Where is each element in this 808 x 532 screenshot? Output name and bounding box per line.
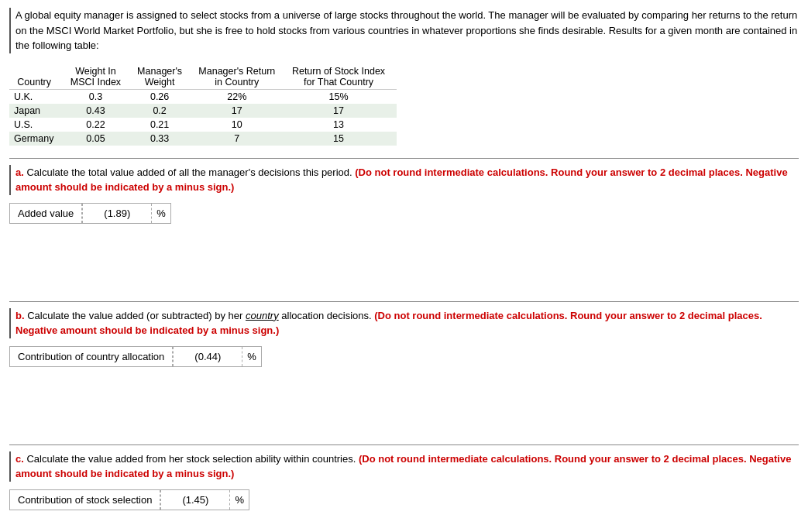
spacer-b bbox=[9, 383, 799, 444]
table-cell: 0.05 bbox=[65, 132, 132, 146]
table-cell: U.K. bbox=[9, 89, 65, 104]
section-c-answer-label: Contribution of stock selection bbox=[10, 490, 160, 510]
intro-paragraph: A global equity manager is assigned to s… bbox=[9, 8, 799, 53]
col-header-mgr-return: Manager's Returnin Country bbox=[194, 64, 287, 90]
table-cell: 0.33 bbox=[132, 132, 194, 146]
col-header-stock-return: Return of Stock Indexfor That Country bbox=[287, 64, 397, 90]
section-a-unit: % bbox=[152, 204, 170, 223]
data-table: Country Weight InMSCI Index Manager'sWei… bbox=[9, 64, 397, 146]
section-c: c. Calculate the value added from her st… bbox=[9, 451, 799, 510]
table-cell: 0.22 bbox=[65, 118, 132, 132]
section-a-text: a. Calculate the total value added of al… bbox=[9, 165, 799, 195]
table-cell: U.S. bbox=[9, 118, 65, 132]
section-b-instruction: (Do not round intermediate calculations.… bbox=[15, 310, 762, 337]
section-c-text: c. Calculate the value added from her st… bbox=[9, 451, 799, 482]
table-cell: 0.3 bbox=[65, 89, 132, 104]
section-a-answer-row: Added value (1.89) % bbox=[9, 203, 171, 224]
section-a-answer-value[interactable]: (1.89) bbox=[82, 204, 152, 223]
table-cell: 0.26 bbox=[132, 89, 194, 104]
section-b: b. Calculate the value added (or subtrac… bbox=[9, 308, 799, 367]
col-header-msci: Weight InMSCI Index bbox=[65, 64, 132, 90]
table-cell: 22% bbox=[194, 89, 287, 104]
table-cell: 17 bbox=[287, 104, 397, 118]
section-c-answer-value[interactable]: (1.45) bbox=[160, 490, 230, 510]
table-row: U.S.0.220.211013 bbox=[9, 118, 397, 132]
col-header-country: Country bbox=[9, 64, 65, 90]
table-cell: Germany bbox=[9, 132, 65, 146]
table-row: Japan0.430.21717 bbox=[9, 104, 397, 118]
section-a-letter: a. bbox=[15, 166, 24, 178]
table-cell: 0.21 bbox=[132, 118, 194, 132]
table-cell: Japan bbox=[9, 104, 65, 118]
table-cell: 0.2 bbox=[132, 104, 194, 118]
section-b-unit: % bbox=[242, 347, 261, 366]
section-a: a. Calculate the total value added of al… bbox=[9, 165, 799, 224]
section-c-unit: % bbox=[230, 490, 249, 510]
section-c-divider bbox=[9, 444, 799, 445]
section-b-answer-row: Contribution of country allocation (0.44… bbox=[9, 346, 262, 367]
table-cell: 10 bbox=[194, 118, 287, 132]
section-b-divider bbox=[9, 301, 799, 302]
table-cell: 13 bbox=[287, 118, 397, 132]
table-cell: 15 bbox=[287, 132, 397, 146]
section-b-answer-value[interactable]: (0.44) bbox=[173, 347, 242, 366]
section-a-instruction: (Do not round intermediate calculations.… bbox=[15, 166, 788, 194]
section-c-answer-row: Contribution of stock selection (1.45) % bbox=[9, 489, 249, 510]
table-cell: 0.43 bbox=[65, 104, 132, 118]
col-header-mgr-weight: Manager'sWeight bbox=[132, 64, 194, 90]
table-cell: 7 bbox=[194, 132, 287, 146]
table-row: Germany0.050.33715 bbox=[9, 132, 397, 146]
section-b-answer-label: Contribution of country allocation bbox=[10, 347, 173, 366]
spacer-a bbox=[9, 239, 799, 301]
table-cell: 17 bbox=[194, 104, 287, 118]
table-cell: 15% bbox=[287, 89, 397, 104]
section-b-letter: b. bbox=[15, 310, 25, 321]
section-c-instruction: (Do not round intermediate calculations.… bbox=[15, 453, 791, 480]
section-b-italic: country bbox=[246, 310, 279, 321]
section-b-text: b. Calculate the value added (or subtrac… bbox=[9, 308, 799, 338]
table-row: U.K.0.30.2622%15% bbox=[9, 89, 397, 104]
section-c-letter: c. bbox=[15, 453, 24, 465]
section-a-answer-label: Added value bbox=[10, 204, 82, 223]
section-a-divider bbox=[9, 158, 799, 159]
